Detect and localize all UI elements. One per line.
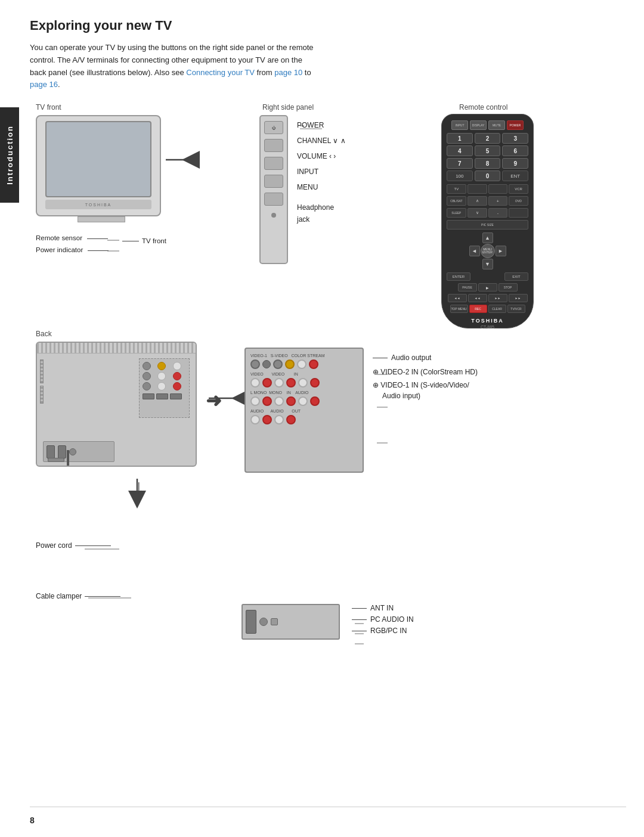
remote-tv-btn[interactable]: TV: [447, 184, 466, 194]
power-label: POWER: [297, 120, 346, 131]
power-cord-label: Power cord: [36, 541, 72, 550]
remote-num8-btn[interactable]: 8: [475, 158, 501, 169]
remote-pause-btn[interactable]: PAUSE: [458, 283, 477, 292]
remote-rec-btn[interactable]: REC: [469, 305, 487, 313]
jack-label: jack: [297, 214, 346, 225]
page16-link[interactable]: page 16: [30, 80, 58, 89]
rgb-pc-in-label: RGB/PC IN: [370, 627, 407, 635]
channel-label: CHANNEL ∨ ∧: [297, 135, 346, 146]
remote-num1-btn[interactable]: 1: [447, 133, 473, 144]
video2-in-label: ⊕ VIDEO-2 IN (ColorStream HD): [373, 368, 478, 376]
remote-play-btn[interactable]: ▶: [478, 283, 497, 292]
remote-0-btn[interactable]: 0: [475, 170, 501, 181]
remote-num4-btn[interactable]: 4: [447, 145, 473, 156]
tv-front-label: TV front: [36, 103, 61, 111]
remote-num6-btn[interactable]: 6: [502, 145, 528, 156]
cable-clamper-block: Cable clamper: [36, 592, 120, 600]
power-cord-block: Power cord: [36, 541, 111, 550]
remote-dpad-up[interactable]: ▲: [482, 232, 493, 243]
tv-front-illustration: TOSHIBA: [36, 115, 167, 228]
remote-power-btn[interactable]: POWER: [507, 120, 524, 130]
remote-clear-btn[interactable]: CLEAR: [488, 305, 506, 313]
remote-model-label: CT-885: [447, 325, 528, 329]
remote-stop-btn[interactable]: STOP: [499, 283, 518, 292]
panel-button-labels: POWER CHANNEL ∨ ∧ VOLUME ‹ › INPUT MENU …: [297, 120, 346, 225]
volume-label: VOLUME ‹ ›: [297, 151, 346, 162]
intro-to: to: [302, 68, 311, 77]
remote-dpad-right[interactable]: ►: [496, 246, 506, 256]
intro-text-mid: from: [255, 68, 274, 77]
remote-input-btn[interactable]: INPUT: [451, 120, 468, 130]
tv-labels-block: Remote sensor Power indicator: [36, 234, 109, 253]
arrow-down: ↓: [134, 476, 144, 498]
remote-num2-btn[interactable]: 2: [475, 133, 501, 144]
pc-audio-in-label: PC AUDIO IN: [370, 615, 414, 624]
remote-sensor-label: TV front: [122, 237, 166, 248]
remote-picsize-btn[interactable]: PIC SIZE: [447, 220, 528, 230]
remote-dpad-left[interactable]: ◄: [469, 246, 480, 256]
side-panel-illustration: ⏻: [259, 115, 295, 270]
remote-dvd-btn[interactable]: DVD: [509, 196, 528, 206]
main-content: Exploring your new TV You can operate yo…: [30, 18, 626, 819]
input-label: INPUT: [297, 166, 346, 177]
remote-rew-btn[interactable]: ◄◄: [468, 294, 487, 302]
remote-menu-enter-btn[interactable]: MENUENTER: [481, 244, 495, 258]
remote-num7-btn[interactable]: 7: [447, 158, 473, 169]
tv-screen: [45, 121, 151, 197]
port-detail-labels: Audio output ⊕ VIDEO-2 IN (ColorStream H…: [373, 354, 478, 402]
remote-num9-btn[interactable]: 9: [502, 158, 528, 169]
remote-ent-btn[interactable]: ENT: [502, 170, 528, 181]
intro-paragraph: You can operate your TV by using the but…: [30, 42, 316, 91]
remote-brand-label: TOSHIBA: [447, 318, 528, 324]
back-label: Back: [36, 330, 52, 338]
menu-label: MENU: [297, 182, 346, 193]
sidebar-introduction-tab: Introduction: [0, 107, 19, 203]
headphone-label: Headphone: [297, 202, 346, 213]
remote-display-btn[interactable]: DISPLAY: [470, 120, 487, 130]
remote-ff-btn[interactable]: ►►: [488, 294, 507, 302]
remote-skipsearch2-btn[interactable]: ►►: [509, 294, 528, 302]
cable-clamper-label: Cable clamper: [36, 592, 82, 600]
tv-back-illustration: [36, 342, 203, 473]
intro-final: .: [58, 80, 60, 89]
remote-100-btn[interactable]: 100: [447, 170, 473, 181]
sidebar-label: Introduction: [5, 125, 14, 185]
port-detail-illustration: VIDEO-1 S-VIDEO COLOR STREAM VIDEO VIDEO…: [244, 348, 370, 479]
remote-enter-btn[interactable]: ENTER: [447, 272, 470, 281]
remote-tvvcr-btn[interactable]: TV/VCR: [507, 305, 525, 313]
remote-num3-btn[interactable]: 3: [502, 133, 528, 144]
bottom-port-illustration: [242, 604, 346, 646]
page10-link[interactable]: page 10: [274, 68, 302, 77]
arrow-right-back: ➜: [206, 389, 222, 412]
svg-marker-0: [182, 151, 200, 169]
remote-skipsearch1-btn[interactable]: ◄◄: [448, 294, 467, 302]
connecting-tv-link[interactable]: Connecting your TV: [186, 68, 255, 77]
remote-mute-btn[interactable]: MUTE: [488, 120, 505, 130]
tv-stand: [78, 216, 125, 222]
remote-cblsat-btn[interactable]: CBL/SAT: [447, 196, 466, 206]
page-number: 8: [30, 816, 35, 825]
video1-in-label: ⊕ VIDEO-1 IN (S-video/Video/: [373, 381, 469, 389]
remote-control-label: Remote control: [459, 103, 507, 111]
power-indicator-text: Power indicator: [36, 246, 83, 253]
page-divider: [30, 807, 626, 807]
remote-topmenu-btn[interactable]: TOP MENU: [450, 305, 468, 313]
audio-input-label: Audio input): [382, 392, 420, 400]
remote-sensor-text: Remote sensor: [36, 234, 82, 241]
remote-control-illustration: INPUT DISPLAY MUTE POWER 1 2 3 4 5 6 7 8…: [441, 114, 540, 334]
remote-dpad-down[interactable]: ▼: [482, 259, 493, 269]
diagram-area: TV front TOSHIBA TV front Remote sensor: [30, 103, 626, 819]
audio-output-label: Audio output: [391, 354, 431, 362]
page-title: Exploring your new TV: [30, 18, 626, 33]
tv-brand-strip: TOSHIBA: [45, 200, 151, 209]
remote-vcr-btn[interactable]: VCR: [509, 184, 528, 194]
remote-sleep-btn[interactable]: SLEEP: [447, 208, 466, 218]
tv-body: TOSHIBA: [36, 115, 161, 216]
right-side-panel-label: Right side panel: [262, 103, 314, 111]
remote-exit-btn[interactable]: EXIT: [504, 272, 528, 281]
ant-in-label: ANT IN: [370, 604, 394, 612]
bottom-port-labels: ANT IN PC AUDIO IN RGB/PC IN: [352, 604, 414, 635]
remote-num5-btn[interactable]: 5: [475, 145, 501, 156]
